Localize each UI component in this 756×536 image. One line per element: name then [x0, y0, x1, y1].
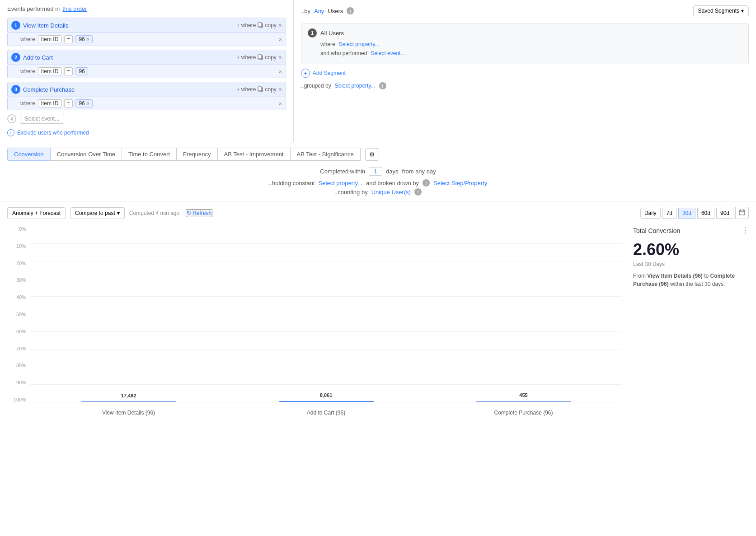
exclude-row[interactable]: + Exclude users who performed: [7, 129, 286, 136]
users-label: Users: [328, 8, 343, 14]
exclude-icon: +: [7, 129, 14, 136]
this-order-link[interactable]: this order: [62, 5, 87, 12]
seg-where-row: where Select property...: [308, 41, 742, 47]
settings-gear-btn[interactable]: ⚙: [365, 148, 379, 161]
bar-complete-purchase[interactable]: 455: [476, 401, 571, 402]
remove-x-3[interactable]: ×: [87, 101, 89, 106]
event-number-2: 2: [11, 53, 20, 62]
copy-link-1[interactable]: copy: [258, 22, 276, 28]
seg-who-select[interactable]: Select event...: [371, 50, 405, 56]
item-id-tag-2[interactable]: Item ID: [38, 67, 62, 75]
broken-down-info-icon: i: [423, 179, 430, 186]
event-row-2: 2 Add to Cart + where copy × where Item …: [7, 50, 286, 78]
event-name-btn-2[interactable]: Add to Cart: [23, 54, 234, 61]
bar-value-2: 8,061: [320, 392, 333, 398]
users-info-icon: i: [347, 7, 354, 14]
chart-section: Anomaly + Forecast Compare to past ▾ Com…: [0, 201, 756, 421]
where-label-2: where: [20, 68, 35, 75]
grouped-by-label: ..grouped by: [301, 83, 331, 89]
daily-select-btn[interactable]: Daily: [640, 208, 661, 219]
seg-where-select[interactable]: Select property...: [339, 41, 380, 47]
where-row-close-3[interactable]: ×: [278, 100, 282, 107]
where-row-close-2[interactable]: ×: [278, 68, 282, 75]
equals-btn-2[interactable]: =: [64, 67, 73, 75]
where-link-1[interactable]: + where: [236, 22, 256, 28]
conv-from: View Item Details (96): [647, 273, 703, 279]
days-label: days: [386, 168, 398, 175]
bar-value-1: 17,482: [121, 393, 136, 398]
any-btn[interactable]: Any: [314, 8, 324, 14]
where-link-2[interactable]: + where: [236, 54, 256, 61]
exclude-label: Exclude users who performed: [17, 130, 89, 136]
anomaly-forecast-btn[interactable]: Anomaly + Forecast: [7, 207, 66, 219]
60d-btn[interactable]: 60d: [697, 208, 714, 219]
item-id-tag-1[interactable]: Item ID: [38, 35, 62, 43]
y-label-30: 30%: [7, 277, 30, 283]
by-label: ..by: [301, 8, 310, 14]
7d-btn[interactable]: 7d: [662, 208, 676, 219]
tab-time-to-convert[interactable]: Time to Convert: [122, 148, 177, 161]
copy-link-2[interactable]: copy: [258, 54, 276, 61]
y-label-50: 50%: [7, 312, 30, 317]
tab-conversion-over-time[interactable]: Conversion Over Time: [51, 148, 122, 161]
copy-icon-1: [258, 22, 264, 28]
value-tag-1: 96 ×: [75, 35, 93, 43]
event-close-btn-2[interactable]: ×: [278, 54, 282, 61]
30d-btn[interactable]: 30d: [678, 208, 695, 219]
compare-past-btn[interactable]: Compare to past ▾: [70, 207, 125, 219]
equals-btn-3[interactable]: =: [64, 99, 73, 107]
bar-group-3: 455: [425, 401, 622, 402]
chart-plot: 17,482 8,061: [30, 226, 622, 402]
step-property-select[interactable]: Select Step/Property: [433, 180, 487, 186]
svg-rect-5: [258, 87, 262, 91]
chart-main: 100% 90% 80% 70% 60% 50% 40% 30% 20% 10%…: [7, 226, 622, 416]
bar-add-to-cart[interactable]: 8,061: [279, 401, 374, 402]
event-close-btn-1[interactable]: ×: [278, 22, 282, 28]
item-id-tag-3[interactable]: Item ID: [38, 99, 62, 107]
chart-canvas: 100% 90% 80% 70% 60% 50% 40% 30% 20% 10%…: [7, 226, 622, 416]
where-label-1: where: [20, 36, 35, 42]
event-close-btn-3[interactable]: ×: [278, 86, 282, 93]
y-label-40: 40%: [7, 294, 30, 300]
y-label-60: 60%: [7, 329, 30, 334]
grouped-by-row: ..grouped by Select property... i: [301, 82, 749, 89]
bar-view-item-forecast: [81, 401, 176, 402]
where-label-3: where: [20, 100, 35, 107]
event-row-4: 4 Select event...: [7, 114, 286, 124]
event-name-btn-3[interactable]: Complete Purchase: [23, 86, 234, 93]
chevron-down-icon-compare: ▾: [117, 210, 120, 216]
90d-btn[interactable]: 90d: [716, 208, 733, 219]
calendar-btn[interactable]: [735, 207, 749, 219]
days-input[interactable]: [369, 167, 382, 176]
tab-ab-significance[interactable]: AB Test - Significance: [291, 148, 361, 161]
saved-segments-btn[interactable]: Saved Segments ▾: [693, 5, 749, 16]
copy-link-3[interactable]: copy: [258, 86, 276, 93]
more-options-btn[interactable]: ⋮: [742, 226, 749, 235]
tabs-section: Conversion Conversion Over Time Time to …: [0, 142, 756, 201]
svg-rect-3: [258, 55, 262, 59]
grouped-by-select[interactable]: Select property...: [335, 83, 376, 89]
seg-who-row: and who performed Select event...: [308, 50, 742, 56]
event-number-1: 1: [11, 21, 20, 30]
unique-users-link[interactable]: Unique User(s): [371, 189, 411, 196]
equals-btn-1[interactable]: =: [64, 35, 73, 43]
bar-value-3: 455: [519, 392, 527, 398]
holding-constant-select[interactable]: Select property...: [319, 180, 362, 186]
conv-period-text: within the last 30 days.: [670, 281, 725, 287]
event-name-btn-1[interactable]: View Item Details: [23, 22, 234, 29]
conv-desc: From View Item Details (96) to Complete …: [633, 272, 749, 288]
counting-by-label: ..counting by: [334, 189, 368, 196]
svg-rect-1: [258, 23, 262, 27]
segment-block-1: 1 All Users where Select property... and…: [301, 23, 749, 64]
remove-x-1[interactable]: ×: [87, 37, 89, 42]
select-event-btn[interactable]: Select event...: [20, 114, 64, 124]
refresh-btn[interactable]: ↻ Refresh: [186, 209, 212, 217]
grouped-info-icon: i: [379, 82, 386, 89]
where-row-close-1[interactable]: ×: [278, 36, 282, 43]
tab-ab-improvement[interactable]: AB Test - Improvement: [218, 148, 291, 161]
where-link-3[interactable]: + where: [236, 86, 256, 93]
tab-frequency[interactable]: Frequency: [177, 148, 217, 161]
tab-conversion[interactable]: Conversion: [7, 148, 51, 161]
add-segment-row[interactable]: + Add Segment: [301, 69, 749, 78]
events-header: Events performed in this order: [7, 5, 286, 12]
